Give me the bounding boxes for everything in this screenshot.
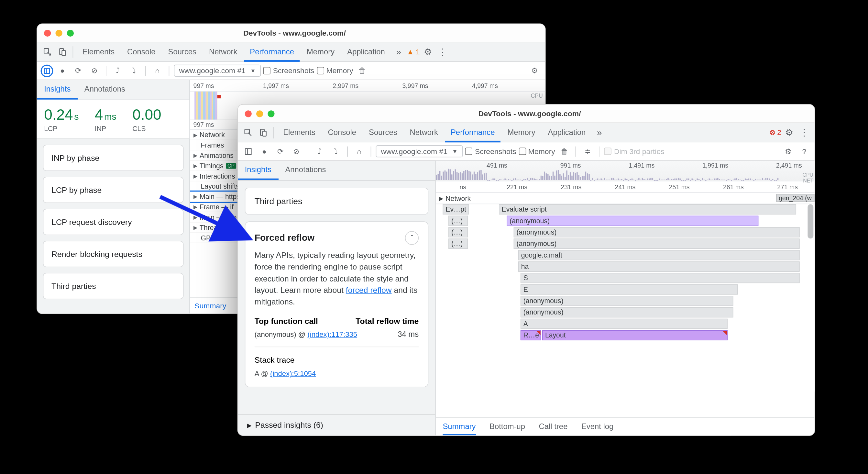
flame-entry[interactable]: (anonymous)	[507, 216, 758, 226]
source-link[interactable]: (index):5:1054	[270, 370, 316, 378]
gc-icon[interactable]: 🗑	[557, 144, 571, 158]
tab-console[interactable]: Console	[121, 42, 161, 61]
screenshots-checkbox[interactable]: Screenshots	[264, 66, 314, 75]
tab-performance[interactable]: Performance	[244, 42, 300, 61]
tab-network[interactable]: Network	[203, 42, 243, 61]
toggle-sidebar-icon[interactable]	[41, 64, 53, 77]
flame-entry[interactable]: A	[521, 319, 727, 329]
help-icon[interactable]: ?	[798, 144, 811, 158]
context-select[interactable]: www.google.com #1▼	[174, 65, 261, 77]
flame-chart[interactable]: Ev…pt (…) (…) (…) Evaluate script (anony…	[436, 204, 814, 358]
bottom-tab-calltree[interactable]: Call tree	[539, 422, 568, 431]
reload-record-icon[interactable]: ⟳	[71, 64, 85, 77]
tab-memory[interactable]: Memory	[502, 123, 541, 142]
window-title: DevTools - www.google.com/	[78, 29, 511, 37]
insight-card[interactable]: Render blocking requests	[43, 241, 184, 267]
settings-icon[interactable]: ⚙	[783, 126, 796, 139]
screenshots-checkbox[interactable]: Screenshots	[465, 147, 516, 156]
flame-entry[interactable]: (…)	[448, 239, 468, 249]
gc-icon[interactable]: 🗑	[355, 64, 369, 77]
flame-entry[interactable]: Evaluate script	[499, 204, 796, 215]
errors-badge[interactable]: ⊗ 2	[769, 128, 782, 137]
tab-elements[interactable]: Elements	[277, 123, 321, 142]
insight-card[interactable]: LCP by phase	[43, 177, 184, 203]
flame-entry[interactable]: (anonymous)	[514, 227, 800, 238]
tab-application[interactable]: Application	[341, 42, 391, 61]
collapse-icon[interactable]: ˆ	[405, 231, 418, 245]
flame-entry[interactable]: Ev…pt	[442, 204, 469, 215]
bottom-tab-eventlog[interactable]: Event log	[581, 422, 614, 431]
forced-reflow-link[interactable]: forced reflow	[346, 285, 392, 294]
more-tabs-icon[interactable]: »	[392, 45, 405, 59]
download-icon[interactable]: ⤵	[127, 64, 141, 77]
clear-icon[interactable]: ⊘	[289, 144, 303, 158]
scrollbar-thumb[interactable]	[807, 204, 813, 239]
traffic-lights[interactable]	[44, 29, 74, 36]
inspect-icon[interactable]	[241, 126, 255, 139]
device-icon[interactable]	[55, 45, 69, 59]
shortcuts-icon[interactable]: ≑	[581, 144, 594, 158]
third-parties-card[interactable]: Third parties	[245, 188, 429, 215]
titlebar[interactable]: DevTools - www.google.com/	[238, 105, 814, 123]
flame-entry[interactable]: (anonymous)	[514, 239, 800, 249]
network-track[interactable]: ▶Network gen_204 (w	[436, 193, 814, 204]
device-icon[interactable]	[256, 126, 270, 139]
flame-entry[interactable]: (…)	[448, 216, 468, 226]
sidebar-tab-annotations[interactable]: Annotations	[78, 80, 132, 100]
flame-entry[interactable]: (anonymous)	[521, 296, 734, 306]
reload-record-icon[interactable]: ⟳	[273, 144, 287, 158]
toggle-sidebar-icon[interactable]	[241, 144, 255, 158]
flame-entry-layout[interactable]: Layout	[542, 330, 727, 340]
flame-entry[interactable]: (anonymous)	[521, 307, 734, 317]
tab-elements[interactable]: Elements	[77, 42, 120, 61]
record-icon[interactable]: ●	[257, 144, 271, 158]
passed-insights[interactable]: ▶Passed insights (6)	[238, 414, 435, 435]
flame-entry[interactable]: ha	[518, 261, 800, 272]
tab-application[interactable]: Application	[542, 123, 591, 142]
context-select[interactable]: www.google.com #1▼	[376, 145, 463, 157]
traffic-lights[interactable]	[245, 110, 275, 117]
settings-icon[interactable]: ⚙	[421, 45, 434, 59]
tab-sources[interactable]: Sources	[162, 42, 202, 61]
source-link[interactable]: (index):117:335	[307, 331, 357, 339]
inspect-icon[interactable]	[41, 45, 54, 59]
kebab-icon[interactable]: ⋮	[436, 45, 450, 59]
flame-entry[interactable]: (…)	[448, 227, 468, 238]
timeline[interactable]: 491 ms991 ms1,491 ms1,991 ms2,491 ms CPU…	[436, 161, 814, 436]
upload-icon[interactable]: ⤴	[313, 144, 327, 158]
insight-card[interactable]: LCP request discovery	[43, 209, 184, 235]
sidebar-tab-annotations[interactable]: Annotations	[278, 161, 333, 180]
clear-icon[interactable]: ⊘	[88, 64, 101, 77]
panel-settings-icon[interactable]: ⚙	[781, 144, 795, 158]
insight-card[interactable]: Third parties	[43, 273, 184, 299]
stack-trace-label: Stack trace	[255, 355, 418, 365]
tab-memory[interactable]: Memory	[301, 42, 340, 61]
sidebar-tab-insights[interactable]: Insights	[238, 161, 278, 180]
upload-icon[interactable]: ⤴	[111, 64, 125, 77]
flame-entry[interactable]: google.c.maft	[518, 250, 800, 260]
tab-performance[interactable]: Performance	[445, 123, 500, 142]
tab-network[interactable]: Network	[404, 123, 444, 142]
download-icon[interactable]: ⤵	[329, 144, 343, 158]
titlebar[interactable]: DevTools - www.google.com/	[37, 24, 545, 42]
dim-3rd-parties-checkbox[interactable]: Dim 3rd parties	[604, 147, 664, 156]
bottom-tab-bottomup[interactable]: Bottom-up	[490, 422, 525, 431]
sidebar-tab-insights[interactable]: Insights	[37, 80, 78, 100]
insight-card[interactable]: INP by phase	[43, 145, 184, 171]
flame-entry[interactable]: S	[521, 273, 800, 283]
home-icon[interactable]: ⌂	[150, 64, 164, 77]
warnings-badge[interactable]: ▲ 1	[407, 48, 420, 56]
kebab-icon[interactable]: ⋮	[798, 126, 811, 139]
overview[interactable]: 491 ms991 ms1,491 ms1,991 ms2,491 ms CPU…	[436, 161, 814, 182]
tab-sources[interactable]: Sources	[363, 123, 403, 142]
flame-entry[interactable]: R…e	[521, 330, 541, 340]
flame-entry[interactable]: E	[521, 284, 738, 295]
tab-console[interactable]: Console	[322, 123, 362, 142]
home-icon[interactable]: ⌂	[352, 144, 366, 158]
more-tabs-icon[interactable]: »	[593, 126, 606, 139]
memory-checkbox[interactable]: Memory	[519, 147, 555, 156]
bottom-tab-summary[interactable]: Summary	[442, 422, 475, 436]
memory-checkbox[interactable]: Memory	[317, 66, 353, 75]
record-icon[interactable]: ●	[55, 64, 69, 77]
panel-settings-icon[interactable]: ⚙	[528, 64, 541, 77]
